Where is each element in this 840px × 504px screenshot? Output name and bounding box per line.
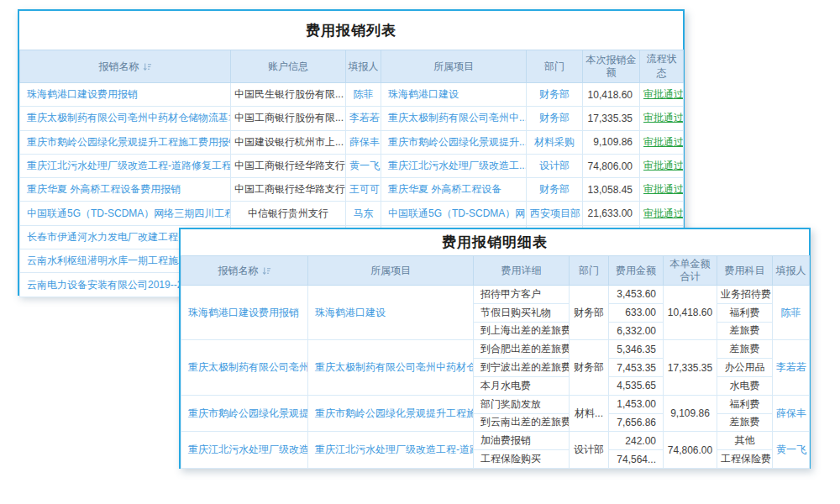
detail-amount-cell: 7,453.35 (609, 359, 664, 377)
expense-name-link[interactable]: 重庆华夏 外高桥工程设备费用报销 (20, 178, 231, 202)
project-link[interactable]: 重庆江北污水处理厂级改造工... (381, 154, 527, 177)
project-link[interactable]: 珠海鹤港口建设 (381, 83, 527, 107)
list-col-status: 流程状态 (640, 50, 684, 83)
table-row: 重庆太极制药有限公司亳州中药材仓储物流基地项... 中国工商银行股份有限... … (20, 107, 684, 130)
detail-col-name[interactable]: 报销名称 (181, 256, 308, 286)
status-link[interactable]: 审批通过 (640, 107, 684, 130)
list-col-dept: 部门 (527, 50, 583, 83)
detail-dept-cell: 财务部 (570, 286, 609, 340)
detail-category-cell: 差旅费 (717, 340, 773, 359)
amount-cell: 9,109.86 (583, 130, 640, 154)
amount-cell: 13,058.45 (583, 178, 640, 202)
detail-dept-cell: 财务部 (570, 340, 609, 395)
detail-amount-cell: 4,535.65 (609, 376, 664, 395)
detail-col-total: 本单金额合计 (664, 256, 717, 286)
detail-project-link[interactable]: 重庆市鹅岭公园绿化景观提升工程施工 (308, 395, 474, 432)
detail-desc-cell: 本月水电费 (474, 376, 570, 395)
amount-cell: 10,418.60 (583, 83, 640, 107)
detail-amount-cell: 3,453.60 (609, 286, 664, 304)
dept-link[interactable]: 材料采购 (527, 130, 583, 154)
table-row: 重庆市鹅岭公园绿化景观提升工程施工费用报销 中国建设银行杭州市上... 薛保丰 … (20, 130, 684, 154)
detail-name-link[interactable]: 重庆市鹅岭公园绿化景观提升工程 (181, 395, 308, 432)
detail-category-cell: 福利费 (717, 395, 773, 413)
detail-reporter-link[interactable]: 黄一飞 (773, 432, 810, 469)
detail-name-link[interactable]: 重庆江北污水处理厂级改造工程-道路修复工程 (181, 432, 308, 469)
reporter-link[interactable]: 王可可 (346, 178, 381, 202)
expense-name-link[interactable]: 重庆江北污水处理厂级改造工程-道路修复工程费用... (20, 154, 231, 177)
detail-desc-cell: 节假日购买礼物 (474, 303, 570, 322)
detail-dept-cell: 设计部 (570, 432, 609, 469)
detail-project-link[interactable]: 珠海鹤港口建设 (308, 286, 474, 340)
status-link[interactable]: 审批通过 (640, 130, 684, 154)
table-row: 重庆华夏 外高桥工程设备费用报销 中国工商银行经华路支行 王可可 重庆华夏 外高… (20, 178, 684, 202)
detail-category-cell: 差旅费 (717, 413, 773, 432)
expense-name-link[interactable]: 重庆市鹅岭公园绿化景观提升工程施工费用报销 (20, 130, 231, 154)
detail-category-cell: 工程保险费 (717, 450, 773, 469)
detail-project-link[interactable]: 重庆江北污水处理厂级改造工程-道路修复工程 (308, 432, 474, 469)
detail-total-cell: 74,806.00 (664, 432, 717, 469)
table-row: 重庆太极制药有限公司亳州中药材 重庆太极制药有限公司亳州中药材仓储物流 到合肥出… (181, 340, 810, 359)
detail-desc-cell: 到上海出差的差旅费 (474, 322, 570, 340)
account-cell: 中国民生银行股份有限... (231, 83, 346, 107)
dept-link[interactable]: 设计部 (527, 154, 583, 177)
reporter-link[interactable]: 黄一飞 (346, 154, 381, 177)
detail-desc-cell: 到云南出差的差旅费 (474, 413, 570, 432)
detail-reporter-link[interactable]: 李若若 (773, 340, 810, 395)
reporter-link[interactable]: 薛保丰 (346, 130, 381, 154)
detail-amount-cell: 7,656.86 (609, 413, 664, 432)
detail-col-name-label: 报销名称 (218, 265, 259, 276)
detail-category-cell: 其他 (717, 432, 773, 450)
sort-icon[interactable] (262, 266, 271, 278)
table-row: 重庆江北污水处理厂级改造工程-道路修复工程费用... 中国工商银行经华路支行 黄… (20, 154, 684, 177)
status-link[interactable]: 审批通过 (640, 202, 684, 225)
dept-link[interactable]: 西安项目部 (527, 202, 583, 225)
project-link[interactable]: 中国联通5G（TD-SCDMA）网... (381, 202, 527, 225)
list-col-name[interactable]: 报销名称 (20, 50, 231, 83)
list-col-account: 账户信息 (231, 50, 346, 83)
list-col-name-label: 报销名称 (99, 60, 139, 72)
expense-name-link[interactable]: 珠海鹤港口建设费用报销 (20, 83, 231, 107)
detail-dept-cell: 材料... (570, 395, 609, 432)
detail-category-cell: 办公用品 (717, 359, 773, 377)
dept-link[interactable]: 财务部 (527, 83, 583, 107)
reporter-link[interactable]: 陈菲 (346, 83, 381, 107)
project-link[interactable]: 重庆市鹅岭公园绿化景观提升... (381, 130, 527, 154)
status-link[interactable]: 审批通过 (640, 154, 684, 177)
dept-link[interactable]: 财务部 (527, 107, 583, 130)
detail-name-link[interactable]: 珠海鹤港口建设费用报销 (181, 286, 308, 340)
detail-desc-cell: 工程保险购买 (474, 450, 570, 469)
detail-project-link[interactable]: 重庆太极制药有限公司亳州中药材仓储物流 (308, 340, 474, 395)
table-row: 中国联通5G（TD-SCDMA）网络三期四川工程费... 中信银行贵州支行 马东… (20, 202, 684, 225)
detail-reporter-link[interactable]: 陈菲 (773, 286, 810, 340)
sort-icon[interactable] (143, 62, 152, 74)
dept-link[interactable]: 财务部 (527, 178, 583, 202)
reporter-link[interactable]: 李若若 (346, 107, 381, 130)
detail-category-cell: 水电费 (717, 376, 773, 395)
list-col-project: 所属项目 (381, 50, 527, 83)
expense-name-link[interactable]: 重庆太极制药有限公司亳州中药材仓储物流基地项... (20, 107, 231, 130)
reporter-link[interactable]: 马东 (346, 202, 381, 225)
detail-amount-cell: 6,332.00 (609, 322, 664, 340)
amount-cell: 74,806.00 (583, 154, 640, 177)
table-row: 珠海鹤港口建设费用报销 中国民生银行股份有限... 陈菲 珠海鹤港口建设 财务部… (20, 83, 684, 107)
status-link[interactable]: 审批通过 (640, 178, 684, 202)
table-row: 重庆市鹅岭公园绿化景观提升工程 重庆市鹅岭公园绿化景观提升工程施工 部门奖励发放… (181, 395, 810, 413)
expense-list-title: 费用报销列表 (19, 11, 683, 50)
project-link[interactable]: 重庆太极制药有限公司亳州中... (381, 107, 527, 130)
amount-cell: 21,633.00 (583, 202, 640, 225)
detail-total-cell: 10,418.60 (664, 286, 717, 340)
detail-amount-cell: 633.00 (609, 303, 664, 322)
expense-detail-table: 报销名称 所属项目 费用详细 部门 费用金额 本单金额合计 费用科目 填报人 珠… (181, 255, 810, 469)
detail-category-cell: 差旅费 (717, 322, 773, 340)
expense-name-link[interactable]: 中国联通5G（TD-SCDMA）网络三期四川工程费... (20, 202, 231, 225)
project-link[interactable]: 重庆华夏 外高桥工程设备 (381, 178, 527, 202)
expense-detail-title: 费用报销明细表 (181, 229, 809, 255)
detail-reporter-link[interactable]: 薛保丰 (773, 395, 810, 432)
detail-amount-cell: 74,564... (609, 450, 664, 469)
status-link[interactable]: 审批通过 (640, 83, 684, 107)
table-row: 珠海鹤港口建设费用报销 珠海鹤港口建设 招待甲方客户 财务部 3,453.60 … (181, 286, 810, 304)
list-header-row: 报销名称 账户信息 填报人 所属项目 部门 本次报销金额 流程状态 (20, 50, 684, 83)
detail-name-link[interactable]: 重庆太极制药有限公司亳州中药材 (181, 340, 308, 395)
detail-amount-cell: 242.00 (609, 432, 664, 450)
table-row: 重庆江北污水处理厂级改造工程-道路修复工程 重庆江北污水处理厂级改造工程-道路修… (181, 432, 810, 450)
